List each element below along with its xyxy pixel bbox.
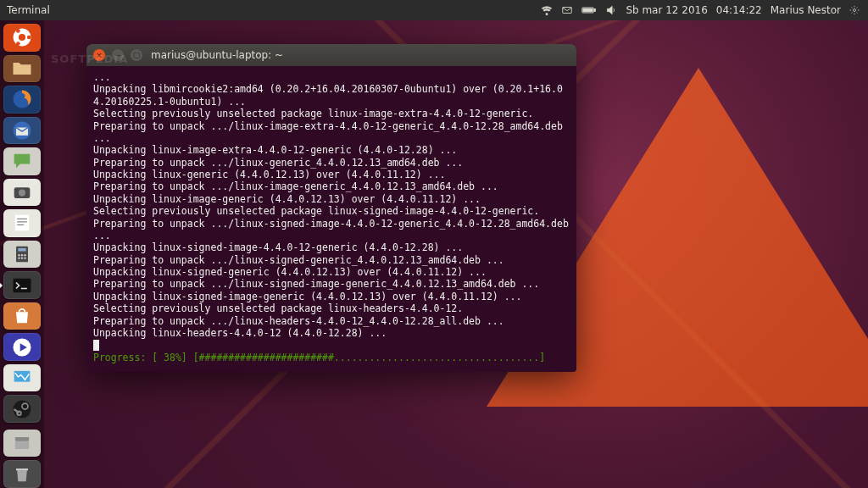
apt-progress-line: Progress: [ 38%] [######################… (93, 352, 545, 363)
svg-rect-2 (583, 8, 593, 12)
svg-point-8 (16, 29, 20, 33)
svg-point-4 (854, 9, 856, 12)
svg-rect-17 (18, 248, 25, 252)
maximize-button[interactable]: ▢ (131, 49, 142, 61)
indicator-area: Sb mar 12 2016 04:14:22 Marius Nestor (541, 4, 868, 16)
svg-point-22 (21, 257, 23, 258)
minimize-button[interactable]: − (112, 49, 124, 61)
svg-point-20 (24, 254, 25, 256)
window-title: marius@ubuntu-laptop: ~ (142, 49, 283, 61)
launcher-terminal[interactable] (3, 271, 41, 299)
svg-rect-24 (14, 278, 31, 291)
session-gear-icon[interactable] (849, 5, 860, 15)
launcher-camera[interactable] (3, 179, 41, 207)
battery-icon[interactable] (581, 5, 597, 15)
window-titlebar[interactable]: × − ▢ marius@ubuntu-laptop: ~ (86, 44, 576, 66)
svg-point-7 (27, 36, 31, 40)
svg-rect-32 (16, 469, 28, 470)
terminal-window[interactable]: × − ▢ marius@ubuntu-laptop: ~ ... Unpack… (86, 44, 576, 372)
launcher-archive[interactable] (3, 430, 41, 458)
svg-point-19 (21, 254, 23, 256)
close-button[interactable]: × (93, 49, 105, 61)
launcher-files[interactable] (3, 55, 41, 83)
launcher-monitor[interactable] (3, 364, 41, 392)
svg-point-21 (18, 257, 19, 258)
svg-rect-15 (15, 215, 29, 231)
svg-rect-30 (15, 441, 29, 449)
svg-point-27 (14, 400, 31, 418)
launcher-text-editor[interactable] (3, 209, 41, 237)
launcher-chat[interactable] (3, 147, 41, 175)
launcher-thunderbird[interactable] (3, 117, 41, 145)
terminal-output[interactable]: ... Unpacking libmircookie2:amd64 (0.20.… (86, 66, 576, 372)
svg-point-18 (18, 254, 19, 256)
launcher-dash-home[interactable] (3, 24, 41, 52)
launcher-trash[interactable] (3, 460, 41, 488)
svg-point-14 (19, 189, 25, 196)
svg-rect-3 (594, 9, 596, 12)
user-menu[interactable]: Marius Nestor (771, 4, 841, 16)
svg-point-9 (16, 42, 20, 47)
svg-rect-0 (563, 8, 572, 14)
top-menu-bar: Terminal Sb mar 12 2016 04:14:22 Marius … (0, 0, 868, 20)
launcher-software[interactable] (3, 302, 41, 330)
clock-date[interactable]: Sb mar 12 2016 (626, 4, 707, 16)
mail-icon[interactable] (561, 4, 573, 16)
launcher-movie[interactable] (3, 333, 41, 361)
launcher-firefox[interactable] (3, 86, 41, 114)
unity-launcher (0, 20, 44, 488)
svg-point-6 (19, 34, 25, 41)
svg-rect-31 (15, 437, 29, 441)
launcher-calculator[interactable] (3, 241, 41, 269)
svg-point-23 (24, 257, 25, 258)
volume-icon[interactable] (605, 4, 617, 16)
terminal-cursor (93, 340, 99, 351)
active-app-name[interactable]: Terminal (0, 4, 50, 16)
launcher-steam[interactable] (3, 395, 41, 423)
clock-time[interactable]: 04:14:22 (716, 4, 762, 16)
network-icon[interactable] (541, 4, 553, 16)
